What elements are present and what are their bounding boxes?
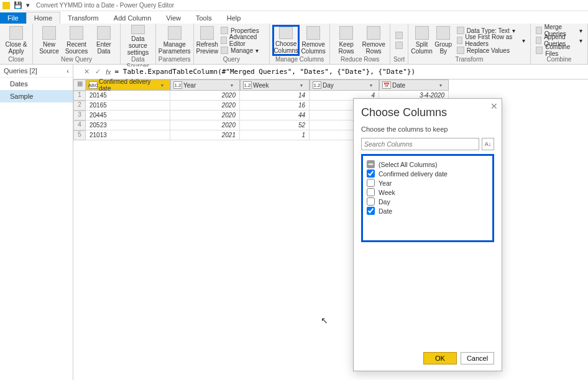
- dialog-column-item[interactable]: Day: [365, 197, 490, 206]
- dialog-column-item[interactable]: Week: [365, 188, 490, 197]
- column-dropdown-icon[interactable]: ▾: [439, 83, 446, 88]
- sort-desc-button[interactable]: [393, 40, 405, 50]
- close-apply-icon: [9, 26, 23, 40]
- formula-cancel-icon[interactable]: ✕: [81, 66, 92, 78]
- tab-tools[interactable]: Tools: [188, 12, 219, 24]
- tab-view[interactable]: View: [158, 12, 188, 24]
- queries-header: Queries [2]: [4, 67, 37, 75]
- tab-home[interactable]: Home: [26, 12, 60, 24]
- dialog-column-item[interactable]: Date: [365, 206, 490, 215]
- column-dropdown-icon[interactable]: ▾: [300, 83, 306, 88]
- cell[interactable]: 44: [240, 111, 310, 120]
- column-checkbox[interactable]: [367, 207, 375, 215]
- formula-input[interactable]: [114, 66, 588, 77]
- cell[interactable]: 2020: [170, 101, 240, 111]
- group-data-sources-label: Data Sources: [123, 56, 153, 63]
- column-dropdown-icon[interactable]: ▾: [370, 83, 376, 88]
- first-row-icon: [457, 37, 463, 44]
- column-header[interactable]: 1.2Week▾: [240, 79, 310, 91]
- cell[interactable]: 2020: [170, 91, 240, 101]
- type-icon: 📅: [382, 81, 391, 89]
- close-apply-button[interactable]: Close & Apply: [2, 25, 30, 56]
- cell[interactable]: 14: [240, 91, 310, 101]
- cell[interactable]: 1: [240, 130, 310, 140]
- remove-columns-button[interactable]: Remove Columns: [300, 25, 327, 56]
- ribbon: Close & Apply Close New Source Recent So…: [0, 24, 588, 65]
- new-source-button[interactable]: New Source: [35, 25, 63, 56]
- cell[interactable]: 20165: [86, 101, 170, 111]
- table-row: 220165202016: [73, 101, 588, 111]
- undo-dropdown-icon[interactable]: ▾: [26, 1, 30, 9]
- cell[interactable]: 20523: [86, 120, 170, 130]
- row-header[interactable]: 3: [73, 111, 86, 120]
- column-checkbox[interactable]: [367, 197, 375, 206]
- cell[interactable]: 2020: [170, 120, 240, 130]
- column-dropdown-icon[interactable]: ▾: [161, 83, 167, 88]
- replace-values-button[interactable]: Replace Values: [454, 45, 528, 55]
- group-by-button[interactable]: Group By: [433, 25, 454, 56]
- tab-transform[interactable]: Transform: [60, 12, 106, 24]
- manage-parameters-button[interactable]: Manage Parameters: [161, 25, 188, 56]
- column-checkbox[interactable]: [367, 179, 375, 187]
- dialog-cancel-button[interactable]: Cancel: [461, 352, 494, 364]
- refresh-preview-button[interactable]: Refresh Preview: [196, 25, 219, 56]
- tab-help[interactable]: Help: [219, 12, 249, 24]
- first-row-headers-button[interactable]: Use First Row as Headers ▾: [454, 35, 528, 45]
- dialog-sort-button[interactable]: A↓: [482, 138, 494, 150]
- recent-sources-button[interactable]: Recent Sources: [63, 25, 90, 56]
- cell[interactable]: 20145: [86, 91, 170, 101]
- data-source-settings-button[interactable]: Data source settings: [124, 25, 152, 56]
- dialog-search-input[interactable]: [361, 138, 479, 150]
- choose-columns-dialog: ✕ Choose Columns Choose the columns to k…: [353, 98, 502, 371]
- split-column-button[interactable]: Split Column: [411, 25, 433, 56]
- choose-columns-button[interactable]: Choose Columns: [272, 25, 300, 56]
- type-icon: 1.2: [243, 81, 252, 89]
- row-header[interactable]: 2: [73, 101, 86, 111]
- column-header[interactable]: ABCConfirmed delivery date▾: [86, 79, 170, 91]
- column-header[interactable]: 1.2Year▾: [170, 79, 240, 91]
- dialog-column-item[interactable]: Year: [365, 178, 490, 188]
- dialog-ok-button[interactable]: OK: [423, 352, 457, 364]
- column-item-label: (Select All Columns): [379, 161, 438, 168]
- column-header[interactable]: 📅Date▾: [379, 79, 449, 91]
- row-header[interactable]: 4: [73, 120, 86, 130]
- tab-add-column[interactable]: Add Column: [106, 12, 159, 24]
- query-item-dates[interactable]: Dates: [0, 78, 73, 90]
- column-checkbox[interactable]: [367, 188, 375, 196]
- keep-rows-button[interactable]: Keep Rows: [333, 25, 360, 56]
- sort-asc-icon: [395, 32, 403, 39]
- formula-commit-icon[interactable]: ✓: [92, 66, 103, 78]
- enter-data-button[interactable]: Enter Data: [90, 25, 117, 56]
- queries-collapse-icon[interactable]: ‹: [67, 67, 69, 75]
- column-name: Day: [323, 82, 334, 89]
- cell[interactable]: 16: [240, 101, 310, 111]
- dialog-close-icon[interactable]: ✕: [490, 101, 498, 111]
- cell[interactable]: 2021: [170, 130, 240, 140]
- group-query-label: Query: [223, 56, 240, 63]
- row-header[interactable]: 5: [73, 130, 86, 140]
- sort-desc-icon: [395, 42, 403, 49]
- column-checkbox[interactable]: [367, 170, 375, 178]
- row-header[interactable]: 1: [73, 91, 86, 101]
- sort-asc-button[interactable]: [393, 30, 405, 40]
- column-checkbox[interactable]: [367, 160, 375, 168]
- query-item-sample[interactable]: Sample: [0, 90, 73, 102]
- dialog-column-item[interactable]: Confirmed delivery date: [365, 169, 490, 178]
- remove-rows-button[interactable]: Remove Rows: [360, 25, 387, 56]
- tab-file[interactable]: File: [0, 12, 26, 24]
- column-dropdown-icon[interactable]: ▾: [231, 83, 237, 88]
- group-close-label: Close: [8, 56, 24, 63]
- fx-icon[interactable]: fx: [106, 68, 111, 76]
- cell[interactable]: 20445: [86, 111, 170, 120]
- combine-files-button[interactable]: Combine Files: [533, 45, 585, 55]
- dialog-column-item[interactable]: (Select All Columns): [365, 160, 490, 169]
- manage-button[interactable]: Manage ▾: [218, 45, 267, 55]
- save-icon[interactable]: 💾: [14, 1, 22, 9]
- cell[interactable]: 52: [240, 120, 310, 130]
- column-header[interactable]: 1.2Day▾: [310, 79, 379, 91]
- advanced-editor-button[interactable]: Advanced Editor: [218, 35, 267, 45]
- group-by-icon: [436, 26, 450, 40]
- corner-cell[interactable]: ▦: [73, 79, 86, 91]
- cell[interactable]: 2020: [170, 111, 240, 120]
- cell[interactable]: 21013: [86, 130, 170, 140]
